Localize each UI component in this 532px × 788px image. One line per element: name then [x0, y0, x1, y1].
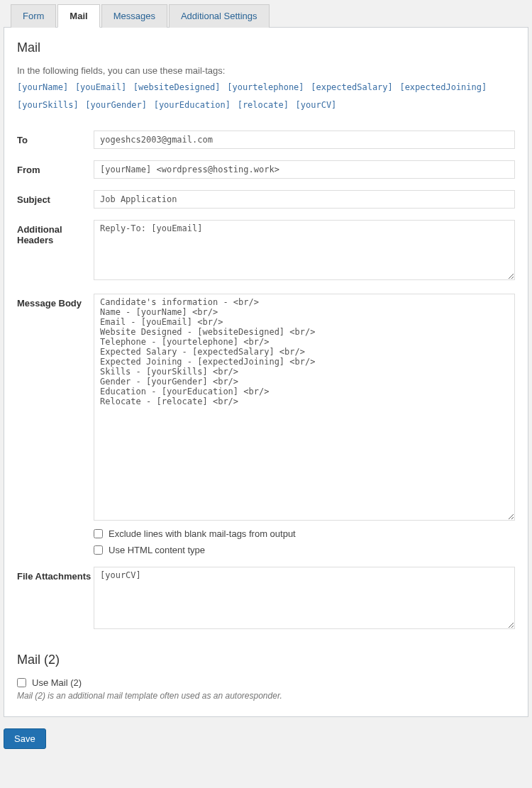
- textarea-additional-headers[interactable]: [94, 220, 515, 280]
- mailtag[interactable]: [expectedSalary]: [311, 79, 393, 96]
- mailtag[interactable]: [websiteDesigned]: [133, 79, 221, 96]
- row-additional-headers: Additional Headers: [17, 220, 515, 282]
- mailtag[interactable]: [yourSkills]: [17, 97, 79, 113]
- mail-panel: Form Mail Messages Additional Settings M…: [4, 4, 528, 717]
- mailtag[interactable]: [yourEducation]: [154, 97, 231, 113]
- label-use-mail2: Use Mail (2): [32, 677, 82, 688]
- section-title: Mail: [17, 40, 515, 55]
- mailtag[interactable]: [relocate]: [238, 97, 289, 113]
- tabs: Form Mail Messages Additional Settings: [4, 4, 528, 28]
- tab-messages[interactable]: Messages: [101, 4, 167, 28]
- mailtags-list: [yourName] [youEmail] [websiteDesigned] …: [17, 79, 515, 113]
- mailtag[interactable]: [yourGender]: [85, 97, 147, 113]
- label-message-body: Message Body: [17, 294, 94, 309]
- mailtag[interactable]: [yourtelephone]: [227, 79, 304, 96]
- label-exclude-blank: Exclude lines with blank mail-tags from …: [109, 528, 296, 539]
- mail2-section: Mail (2) Use Mail (2) Mail (2) is an add…: [17, 653, 515, 701]
- textarea-message-body[interactable]: [94, 294, 515, 521]
- row-file-attachments: File Attachments: [17, 567, 515, 631]
- input-from[interactable]: [94, 160, 515, 179]
- tab-form[interactable]: Form: [11, 4, 56, 28]
- row-subject: Subject: [17, 190, 515, 209]
- mail2-description: Mail (2) is an additional mail template …: [17, 691, 515, 701]
- mailtag[interactable]: [youEmail]: [75, 79, 126, 96]
- label-to: To: [17, 131, 94, 145]
- input-to[interactable]: [94, 131, 515, 149]
- mailtag[interactable]: [yourCV]: [296, 97, 337, 113]
- label-use-html: Use HTML content type: [109, 545, 205, 555]
- mailtags-hint: In the following fields, you can use the…: [17, 65, 515, 76]
- mail2-title: Mail (2): [17, 653, 515, 667]
- label-additional-headers: Additional Headers: [17, 220, 94, 245]
- tab-mail[interactable]: Mail: [57, 4, 99, 28]
- tab-additional-settings[interactable]: Additional Settings: [169, 4, 270, 28]
- mailtag[interactable]: [expectedJoining]: [399, 79, 487, 96]
- textarea-file-attachments[interactable]: [94, 567, 515, 629]
- label-subject: Subject: [17, 190, 94, 205]
- label-from: From: [17, 160, 94, 175]
- checkbox-use-mail2[interactable]: [17, 678, 26, 687]
- input-subject[interactable]: [94, 190, 515, 209]
- label-file-attachments: File Attachments: [17, 567, 94, 582]
- tab-content: Mail In the following fields, you can us…: [4, 28, 528, 716]
- row-from: From: [17, 160, 515, 179]
- checkbox-exclude-blank[interactable]: [94, 529, 103, 538]
- row-to: To: [17, 131, 515, 149]
- save-button[interactable]: Save: [4, 728, 46, 749]
- checkbox-use-html[interactable]: [94, 545, 103, 555]
- row-message-body: Message Body Exclude lines with blank ma…: [17, 294, 515, 555]
- mailtag[interactable]: [yourName]: [17, 79, 68, 96]
